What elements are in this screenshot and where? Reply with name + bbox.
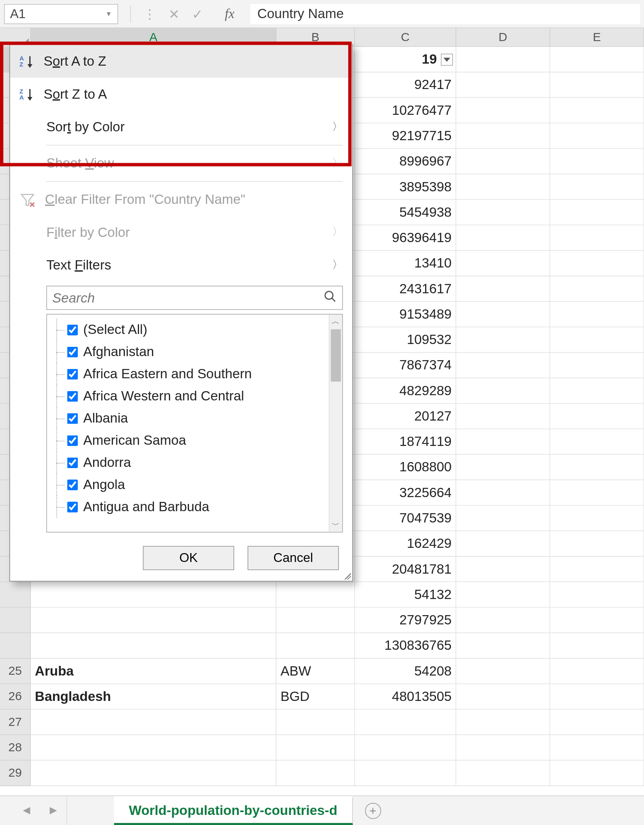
- ok-button[interactable]: OK: [143, 546, 234, 570]
- col-header-D[interactable]: D: [456, 28, 550, 47]
- sheet-nav-arrows[interactable]: ◄ ►: [0, 796, 67, 825]
- cell[interactable]: [550, 328, 644, 353]
- cell-code[interactable]: BGD: [276, 684, 355, 709]
- cell-value[interactable]: 92417: [355, 73, 456, 98]
- cell[interactable]: [550, 123, 644, 149]
- cell-country[interactable]: Bangladesh: [31, 684, 276, 709]
- formula-input[interactable]: Country Name: [251, 4, 640, 24]
- row-header[interactable]: 26: [0, 684, 31, 709]
- cell[interactable]: [456, 506, 550, 531]
- cell[interactable]: [550, 633, 644, 659]
- filter-check-item[interactable]: (Select All): [54, 319, 335, 341]
- cell-value[interactable]: 8996967: [355, 149, 456, 174]
- filter-check-item[interactable]: Albania: [54, 407, 335, 429]
- cell[interactable]: [550, 531, 644, 557]
- cell[interactable]: [456, 174, 550, 200]
- cell-value[interactable]: 20481781: [355, 557, 456, 582]
- filter-dropdown-button-C[interactable]: [441, 53, 453, 65]
- cell[interactable]: [456, 633, 550, 659]
- cell-value[interactable]: 2797925: [355, 607, 456, 633]
- col-header-E[interactable]: E: [550, 28, 644, 47]
- cell[interactable]: [456, 429, 550, 455]
- scroll-down-icon[interactable]: ﹀: [330, 518, 343, 532]
- cell[interactable]: [456, 557, 550, 582]
- cell[interactable]: [276, 607, 355, 633]
- cell[interactable]: [31, 607, 276, 633]
- cell-value[interactable]: [355, 735, 456, 761]
- cell-value[interactable]: 20127: [355, 404, 456, 429]
- filter-checkbox[interactable]: [67, 457, 78, 468]
- cell-value[interactable]: 3225664: [355, 480, 456, 506]
- filter-checkbox[interactable]: [67, 346, 78, 357]
- scroll-up-icon[interactable]: ︿: [330, 315, 343, 328]
- sheet-nav-next-icon[interactable]: ►: [47, 804, 59, 818]
- cell[interactable]: [550, 276, 644, 302]
- name-box[interactable]: A1 ▼: [4, 4, 118, 24]
- namebox-dropdown-icon[interactable]: ▼: [106, 10, 112, 17]
- cell-value[interactable]: 9153489: [355, 302, 456, 327]
- cell[interactable]: [550, 480, 644, 506]
- cell[interactable]: [456, 378, 550, 404]
- cell-value[interactable]: 4829289: [355, 378, 456, 404]
- cell[interactable]: [456, 455, 550, 480]
- filter-checkbox[interactable]: [67, 435, 78, 446]
- filter-check-item[interactable]: Africa Eastern and Southern: [54, 363, 335, 385]
- cell[interactable]: [456, 582, 550, 607]
- cell[interactable]: [550, 607, 644, 633]
- cell-value[interactable]: 54208: [355, 659, 456, 684]
- cell-country[interactable]: Aruba: [31, 659, 276, 684]
- cell[interactable]: [456, 710, 550, 735]
- cell-value[interactable]: 109532: [355, 328, 456, 353]
- row-header[interactable]: 25: [0, 659, 31, 684]
- cell-value[interactable]: 7047539: [355, 506, 456, 531]
- filter-checkbox[interactable]: [67, 413, 78, 424]
- cell-value[interactable]: [355, 710, 456, 735]
- cell-E1[interactable]: [550, 47, 644, 73]
- row-header[interactable]: 29: [0, 761, 31, 786]
- cell[interactable]: [456, 149, 550, 174]
- cell-value[interactable]: 1608800: [355, 455, 456, 480]
- cell[interactable]: [550, 251, 644, 276]
- sort-a-to-z[interactable]: A Z Sort A to Z: [10, 45, 352, 78]
- cell[interactable]: [550, 506, 644, 531]
- cell[interactable]: [456, 200, 550, 225]
- cell[interactable]: [550, 302, 644, 327]
- col-header-C[interactable]: C: [355, 28, 456, 47]
- cell[interactable]: [550, 429, 644, 455]
- cell-value[interactable]: 96396419: [355, 225, 456, 251]
- row-header[interactable]: [0, 633, 31, 659]
- cell-country[interactable]: [31, 710, 276, 735]
- cell[interactable]: [550, 174, 644, 200]
- cell-value[interactable]: 3895398: [355, 174, 456, 200]
- cell[interactable]: [456, 251, 550, 276]
- cell-value[interactable]: 48013505: [355, 684, 456, 709]
- scroll-thumb[interactable]: [331, 330, 341, 382]
- cell-country[interactable]: [31, 761, 276, 786]
- filter-check-item[interactable]: American Samoa: [54, 429, 335, 452]
- cell-D1[interactable]: [456, 47, 550, 73]
- cell[interactable]: [456, 225, 550, 251]
- text-filters[interactable]: Text Filters 〉: [10, 249, 352, 282]
- cancel-button[interactable]: Cancel: [247, 546, 339, 570]
- cell[interactable]: [456, 328, 550, 353]
- cell[interactable]: [550, 225, 644, 251]
- filter-check-item[interactable]: Andorra: [54, 452, 335, 474]
- row-header[interactable]: 27: [0, 710, 31, 735]
- cell[interactable]: [550, 98, 644, 123]
- cell-code[interactable]: [276, 710, 355, 735]
- sort-z-to-a[interactable]: Z A Sort Z to A: [10, 78, 352, 111]
- cell[interactable]: [276, 633, 355, 659]
- cell[interactable]: [456, 735, 550, 761]
- cell[interactable]: [456, 123, 550, 149]
- filter-search[interactable]: [46, 286, 343, 310]
- cell[interactable]: [550, 404, 644, 429]
- cell[interactable]: [550, 684, 644, 709]
- filter-checkbox[interactable]: [67, 369, 78, 379]
- filter-check-item[interactable]: Afghanistan: [54, 341, 335, 363]
- cell-value[interactable]: 5454938: [355, 200, 456, 225]
- cell[interactable]: [550, 353, 644, 378]
- cell-value[interactable]: 13410: [355, 251, 456, 276]
- row-header[interactable]: [0, 607, 31, 633]
- cell-value[interactable]: 54132: [355, 582, 456, 607]
- row-header[interactable]: 28: [0, 735, 31, 761]
